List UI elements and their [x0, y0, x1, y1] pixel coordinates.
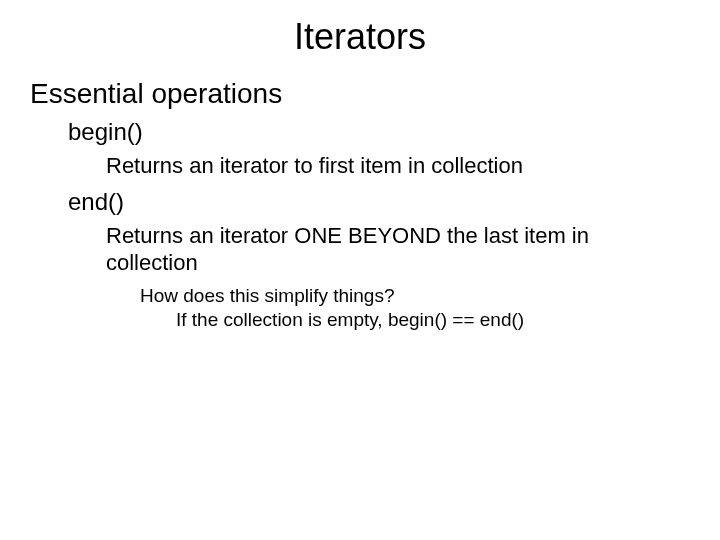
section-heading: Essential operations	[30, 78, 720, 110]
operation-desc-end: Returns an iterator ONE BEYOND the last …	[106, 222, 666, 277]
note-question: How does this simplify things?	[140, 285, 720, 307]
slide: Iterators Essential operations begin() R…	[0, 0, 720, 540]
operation-desc-begin: Returns an iterator to first item in col…	[106, 152, 666, 180]
note-answer: If the collection is empty, begin() == e…	[176, 309, 720, 331]
operation-name-begin: begin()	[68, 118, 720, 146]
slide-title: Iterators	[0, 16, 720, 58]
operation-name-end: end()	[68, 188, 720, 216]
